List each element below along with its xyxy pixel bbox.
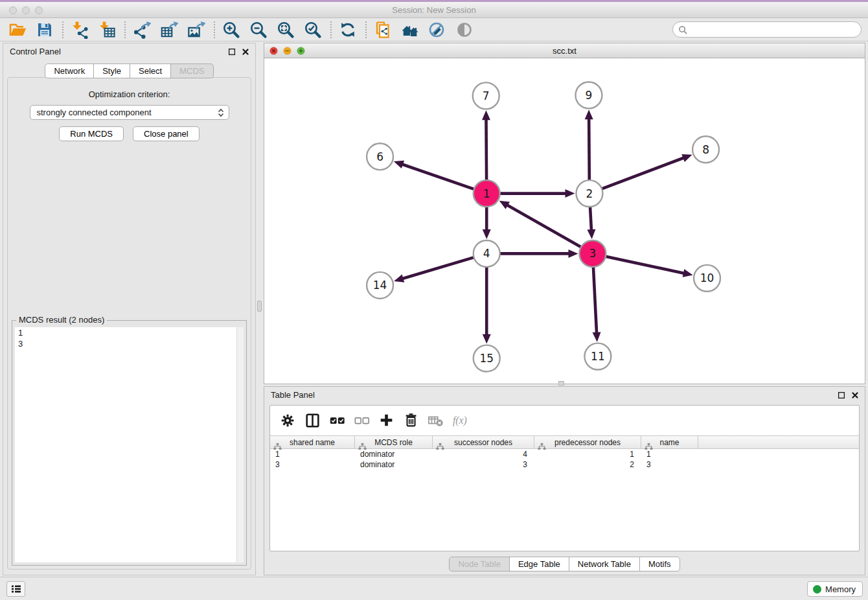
column-header-predecessor-nodes[interactable]: predecessor nodes [534, 436, 641, 448]
export-table-icon[interactable] [159, 20, 179, 40]
graph-node-label: 3 [589, 247, 597, 260]
memory-button[interactable]: Memory [807, 581, 863, 597]
table-cell[interactable]: 1 [534, 449, 641, 459]
control-panel-header: Control Panel [3, 43, 255, 60]
graph-edge-2-8[interactable] [589, 157, 684, 193]
minimize-window-icon[interactable] [22, 6, 30, 14]
close-panel-icon[interactable] [241, 47, 250, 56]
refresh-layout-icon[interactable] [338, 20, 358, 40]
home-icon[interactable] [400, 20, 420, 40]
zoom-selected-icon[interactable] [303, 20, 323, 40]
column-header-MCDS-role[interactable]: MCDS role [355, 436, 433, 448]
tab-mcds[interactable]: MCDS [170, 63, 213, 78]
network-canvas[interactable]: 1234678910111415 [264, 59, 865, 384]
close-table-panel-icon[interactable] [851, 391, 860, 400]
toolbar-separator [330, 21, 332, 38]
tab-select[interactable]: Select [130, 63, 171, 78]
export-network-icon[interactable] [132, 20, 152, 40]
toolbar-separator [214, 21, 215, 38]
mcds-result-textarea[interactable]: 13 [15, 327, 244, 562]
import-table-icon[interactable] [97, 20, 117, 40]
table-cell[interactable]: 3 [433, 459, 534, 470]
tab-network-table[interactable]: Network Table [569, 557, 640, 571]
graph-node-10[interactable]: 10 [694, 265, 720, 292]
graph-edge-3-1[interactable] [507, 205, 593, 253]
graph-edge-arrowhead [482, 110, 490, 120]
zoom-out-icon[interactable] [249, 20, 268, 40]
save-session-icon[interactable] [35, 20, 54, 40]
clone-network-icon[interactable] [373, 20, 393, 40]
titlebar: Session: New Session [0, 2, 868, 18]
zoom-in-icon[interactable] [222, 20, 241, 40]
column-header-successor-nodes[interactable]: successor nodes [433, 436, 534, 448]
vertical-splitter-handle[interactable] [257, 301, 262, 312]
graph-edge-arrowhead [683, 269, 693, 277]
run-mcds-button[interactable]: Run MCDS [59, 126, 124, 141]
graph-node-4[interactable]: 4 [474, 240, 500, 267]
float-table-panel-icon[interactable] [837, 391, 846, 400]
optimization-criterion-dropdown[interactable]: strongly connected component [30, 105, 229, 120]
graph-node-15[interactable]: 15 [474, 345, 500, 372]
table-cell[interactable]: 3 [641, 459, 698, 470]
table-cell[interactable]: 2 [534, 459, 641, 470]
tab-network[interactable]: Network [45, 63, 94, 78]
float-panel-icon[interactable] [227, 47, 236, 56]
dropdown-stepper-icon [216, 108, 226, 118]
network-minimize-icon[interactable] [283, 47, 291, 55]
table-cell[interactable]: dominator [355, 449, 433, 459]
delete-columns-icon[interactable] [402, 412, 420, 430]
zoom-fit-icon[interactable] [276, 20, 295, 40]
deselect-all-rows-icon[interactable] [353, 412, 371, 430]
contrast-eye-icon[interactable] [455, 20, 474, 40]
import-network-icon[interactable] [70, 20, 89, 40]
graphics-details-icon[interactable] [428, 20, 447, 40]
result-scrollbar[interactable] [236, 327, 244, 562]
export-image-icon[interactable] [187, 20, 206, 40]
graph-node-label: 8 [702, 143, 709, 156]
graph-node-label: 15 [479, 352, 494, 365]
graph-node-1[interactable]: 1 [474, 180, 500, 207]
graph-node-label: 6 [376, 150, 383, 163]
tab-node-table[interactable]: Node Table [449, 557, 510, 571]
close-window-icon[interactable] [9, 6, 17, 14]
graph-node-14[interactable]: 14 [367, 272, 393, 299]
column-header-shared-name[interactable]: shared name [270, 436, 355, 448]
graph-node-8[interactable]: 8 [692, 136, 719, 163]
graph-node-11[interactable]: 11 [584, 343, 611, 370]
table-cell[interactable]: 1 [270, 449, 355, 459]
search-input[interactable] [691, 23, 856, 36]
application-window: Session: New Session Control Panel [0, 0, 868, 600]
select-all-rows-icon[interactable] [328, 412, 346, 430]
graph-node-2[interactable]: 2 [576, 180, 602, 207]
close-panel-button[interactable]: Close panel [133, 126, 200, 141]
table-cell[interactable]: 3 [270, 459, 355, 470]
tab-style[interactable]: Style [93, 63, 130, 78]
graph-node-6[interactable]: 6 [367, 143, 393, 170]
table-row[interactable]: 3dominator323 [270, 459, 859, 470]
tab-edge-table[interactable]: Edge Table [509, 557, 569, 571]
optimization-criterion-label: Optimization criterion: [8, 89, 251, 99]
add-column-icon[interactable] [378, 412, 395, 430]
graph-node-7[interactable]: 7 [473, 82, 499, 109]
zoom-window-icon[interactable] [35, 6, 43, 14]
task-history-button[interactable] [6, 581, 25, 597]
delete-table-icon[interactable] [427, 412, 444, 430]
graph-node-3[interactable]: 3 [579, 240, 606, 267]
graph-node-9[interactable]: 9 [575, 82, 602, 108]
open-session-icon[interactable] [8, 20, 27, 40]
toggle-column-visibility-icon[interactable] [304, 412, 321, 430]
control-panel-title: Control Panel [10, 47, 61, 56]
tab-motifs[interactable]: Motifs [639, 557, 680, 571]
graph-edge-3-10[interactable] [593, 253, 685, 273]
network-canvas-svg[interactable]: 1234678910111415 [264, 59, 865, 384]
search-box[interactable] [672, 21, 862, 38]
horizontal-splitter-handle[interactable] [558, 381, 564, 386]
network-close-icon[interactable] [269, 47, 278, 55]
table-cell[interactable]: 4 [433, 449, 534, 459]
function-builder-icon[interactable]: f(x) [451, 412, 469, 430]
column-header-name[interactable]: name [641, 436, 698, 448]
table-settings-gear-icon[interactable] [279, 412, 297, 430]
table-cell[interactable]: dominator [355, 459, 433, 470]
network-maximize-icon[interactable] [297, 47, 305, 55]
network-window-titlebar[interactable]: scc.txt [264, 43, 865, 58]
